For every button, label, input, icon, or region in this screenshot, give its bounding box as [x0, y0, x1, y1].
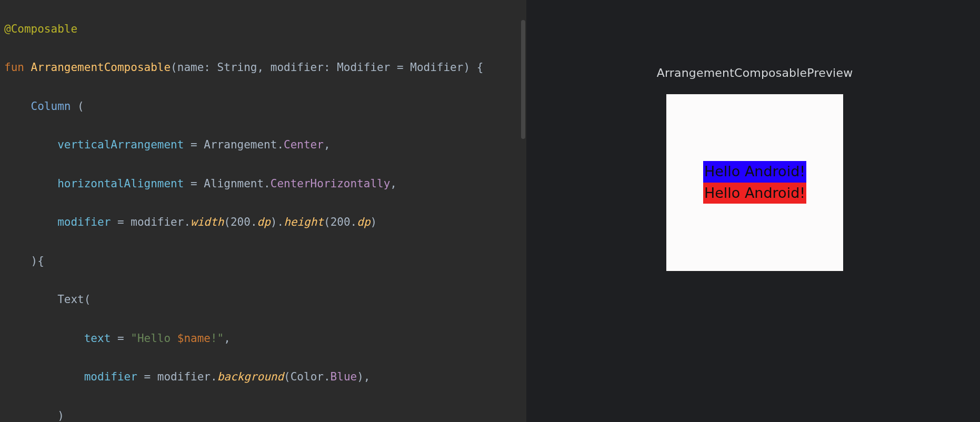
- preview-title: ArrangementComposablePreview: [657, 63, 853, 84]
- code-content[interactable]: @Composable fun ArrangementComposable(na…: [0, 0, 526, 422]
- annotation: @Composable: [4, 23, 77, 35]
- brace-open: ){: [31, 255, 44, 267]
- preview-text-blue: Hello Android!: [703, 161, 806, 183]
- preview-canvas: Hello Android! Hello Android!: [666, 94, 843, 271]
- arg-modifier: modifier: [57, 216, 111, 228]
- code-editor[interactable]: @Composable fun ArrangementComposable(na…: [0, 0, 526, 422]
- editor-scrollbar[interactable]: [520, 0, 526, 422]
- column-call: Column: [31, 100, 71, 113]
- arg-vertical: verticalArrangement: [57, 138, 184, 151]
- signature: (name: String, modifier: Modifier = Modi…: [171, 61, 483, 74]
- scrollbar-thumb[interactable]: [521, 20, 525, 139]
- function-name: ArrangementComposable: [31, 61, 171, 74]
- keyword-fun: fun: [4, 61, 24, 74]
- preview-text-red: Hello Android!: [703, 183, 806, 204]
- arg-horizontal: horizontalAlignment: [57, 177, 184, 190]
- compose-preview-pane[interactable]: ArrangementComposablePreview Hello Andro…: [529, 0, 980, 422]
- text-call-1: Text: [57, 293, 84, 306]
